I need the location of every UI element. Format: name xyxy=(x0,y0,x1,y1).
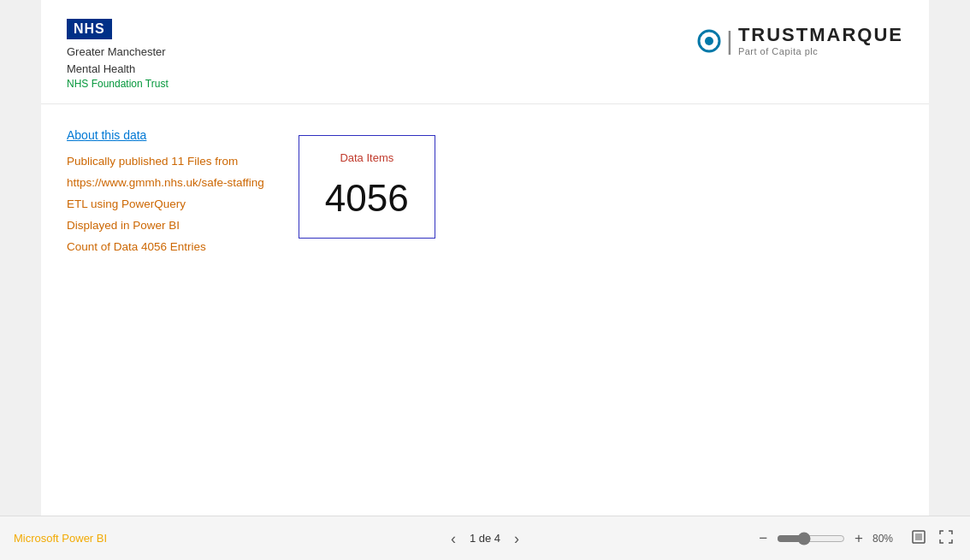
zoom-in-button[interactable]: + xyxy=(852,530,866,547)
svg-rect-3 xyxy=(915,533,922,540)
zoom-slider[interactable] xyxy=(777,532,845,545)
fit-page-icon xyxy=(912,530,926,544)
svg-point-1 xyxy=(705,37,713,45)
fullscreen-icon xyxy=(939,530,953,544)
bottom-left: Microsoft Power BI xyxy=(14,532,485,545)
data-info-block: About this data Publically published 11 … xyxy=(67,128,264,257)
data-card-value: 4056 xyxy=(325,180,409,217)
nhs-logo-block: NHS Greater Manchester Mental Health NHS… xyxy=(67,19,169,90)
info-line2: https://www.gmmh.nhs.uk/safe-staffing xyxy=(67,174,264,193)
tm-name: TRUSTMARQUE xyxy=(738,24,903,46)
bottom-bar: Microsoft Power BI ‹ 1 de 4 › − + 80% xyxy=(0,516,970,560)
main-wrapper: NHS Greater Manchester Mental Health NHS… xyxy=(0,0,970,560)
tm-divider: | xyxy=(726,28,733,54)
trustmarque-logo: | TRUSTMARQUE Part of Capita plc xyxy=(697,24,903,58)
info-line5: Count of Data 4056 Entries xyxy=(67,238,264,257)
nhs-badge: NHS xyxy=(67,19,112,39)
next-page-button[interactable]: › xyxy=(509,531,524,546)
tm-text: TRUSTMARQUE Part of Capita plc xyxy=(738,24,903,58)
content-area: About this data Publically published 11 … xyxy=(41,104,929,516)
prev-page-button[interactable]: ‹ xyxy=(446,531,461,546)
zoom-out-button[interactable]: − xyxy=(756,530,770,547)
info-line4: Displayed in Power BI xyxy=(67,216,264,236)
fit-page-button[interactable] xyxy=(908,528,929,549)
canvas-area: NHS Greater Manchester Mental Health NHS… xyxy=(41,0,929,516)
pagination-area: ‹ 1 de 4 › xyxy=(446,531,524,546)
tm-circle-icon xyxy=(697,29,721,53)
info-line3: ETL using PowerQuery xyxy=(67,195,264,215)
about-link[interactable]: About this data xyxy=(67,128,264,142)
data-card: Data Items 4056 xyxy=(299,135,435,239)
zoom-level-label: 80% xyxy=(872,533,902,545)
fullscreen-button[interactable] xyxy=(936,528,956,549)
powerbi-link[interactable]: Microsoft Power BI xyxy=(14,532,107,545)
bottom-right: − + 80% xyxy=(485,528,956,549)
tm-subtitle: Part of Capita plc xyxy=(738,46,903,57)
org-name: Greater Manchester Mental Health xyxy=(67,44,169,77)
page-indicator: 1 de 4 xyxy=(470,532,500,545)
info-line1: Publically published 11 Files from xyxy=(67,152,264,172)
org-foundation: NHS Foundation Trust xyxy=(67,78,169,90)
data-card-label: Data Items xyxy=(325,151,409,164)
header: NHS Greater Manchester Mental Health NHS… xyxy=(41,0,929,104)
